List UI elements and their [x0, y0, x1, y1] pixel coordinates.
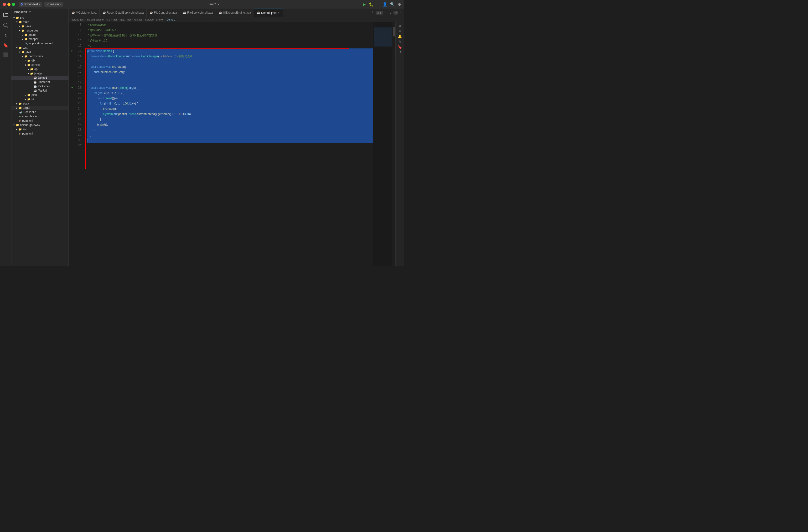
props-icon: 🔧 [25, 42, 28, 45]
traffic-lights [3, 3, 15, 6]
folder-icon: 📁 [27, 93, 31, 97]
tab-reportdetail[interactable]: ☕ ReportDetailServiceImpl.java [100, 8, 147, 17]
folder-icon: 📁 [30, 68, 33, 71]
bookmark-line-icon[interactable]: 🔖 [398, 45, 402, 49]
sidebar: Project ▾ ▾ 📁 src ▾ 📁 main ▾ 📁 java ▾ 📁 … [12, 8, 69, 266]
scroll-thumb[interactable] [393, 27, 395, 37]
tree-item-db[interactable]: ▸ 📁 db [12, 58, 69, 63]
branch-selector[interactable]: ⎇ master ▾ [44, 2, 63, 7]
tree-item-api[interactable]: ▸ 📁 api [12, 67, 69, 71]
chevron-right-icon: ▸ [27, 68, 29, 71]
branch-chevron-icon: ▾ [60, 3, 61, 6]
tree-item-service[interactable]: ▾ 📁 service [12, 63, 69, 67]
tab-close-icon[interactable]: ✕ [278, 12, 280, 14]
java-tab-icon: ☕ [103, 11, 106, 14]
tree-item-gw-src[interactable]: ▸ 📁 src [12, 127, 69, 131]
minimize-button[interactable] [7, 3, 11, 6]
bookmark-icon[interactable]: 🔖 [1, 41, 10, 50]
project-chevron-icon: ▾ [39, 3, 40, 6]
tree-item-demo1[interactable]: ☕ Demo1 [12, 76, 69, 80]
tree-item-target[interactable]: ▸ 📁 target [12, 106, 69, 110]
breadcrumb: dcloud-test › dcloud-engine › src › test… [69, 17, 404, 22]
right-panel: ⇄ ≡ 🔔 ✎ 🔖 ↺ [396, 22, 404, 266]
toggle-icon[interactable]: ⇄ [393, 11, 398, 15]
close-button[interactable] [3, 3, 6, 6]
refresh-icon[interactable]: ↺ [399, 50, 401, 54]
tree-item-dockerfile[interactable]: 🐋 Dockerfile [12, 110, 69, 114]
tree-item-java-test[interactable]: ▾ 📁 java [12, 50, 69, 54]
tree-item-src[interactable]: ▾ 📁 src [12, 16, 69, 20]
folder-icon: 📁 [19, 102, 22, 105]
folding-icon[interactable]: ⇄ [399, 24, 401, 28]
git-activity-icon[interactable] [1, 32, 10, 40]
git-blame-icon[interactable]: ✎ [399, 40, 401, 44]
account-icon[interactable]: 👤 [383, 2, 387, 7]
notification-icon[interactable]: 🔔 [398, 35, 402, 38]
chevron-right-icon: ▸ [16, 128, 18, 131]
tab-uiexecute[interactable]: ☕ UiExecuteEngine.java [216, 8, 254, 17]
search-activity-icon[interactable] [1, 21, 10, 30]
tree-item-mapper[interactable]: ▸ 📁 mapper [12, 37, 69, 41]
tree-item-ui[interactable]: ▸ 📁 ui [12, 97, 69, 102]
chevron-down-icon: ▾ [25, 63, 26, 67]
folder-icon: 📁 [19, 46, 22, 49]
tree-item-appprops[interactable]: 🔧 application.propert [12, 41, 69, 45]
tree-item-testutil[interactable]: ☕ TestUtil [12, 89, 69, 93]
close-tab-icon[interactable]: ✕ [400, 11, 402, 14]
tree-item-gw-pom[interactable]: m pom.xml [12, 131, 69, 136]
chevron-right-icon: ▾ [19, 29, 20, 32]
settings-icon[interactable]: ⚙ [398, 2, 401, 7]
tab-fileservice[interactable]: ☕ FileServiceImpl.java [180, 8, 216, 17]
tree-item-jmeter[interactable]: ▾ 📁 jmeter [12, 71, 69, 76]
tree-item-test[interactable]: ▾ 📁 test [12, 45, 69, 50]
tab-demo1[interactable]: ☕ Demo1.java ✕ [254, 8, 283, 17]
explorer-icon[interactable] [1, 11, 10, 19]
chevron-right-icon: ▾ [16, 20, 18, 24]
java-tab-icon: ☕ [149, 11, 153, 14]
code-line-13: public class Demo1 { [87, 49, 373, 54]
java-file-icon: ☕ [33, 80, 37, 84]
code-editor[interactable]: 8 9 10 11 12 13 ▶ 14 15 16 17 18 19 20 ▶… [69, 22, 404, 266]
extensions-icon[interactable]: ⬛ [1, 51, 10, 59]
folder-icon: 📁 [27, 59, 31, 62]
tab-more-icon[interactable]: ⋮ [371, 11, 374, 14]
tab-mqlistener[interactable]: ☕ MQListener.java [69, 8, 100, 17]
tree-item-resources[interactable]: ▾ 📁 resources [12, 29, 69, 33]
java-file-icon: ☕ [33, 85, 37, 88]
folder-icon: 📁 [21, 25, 25, 28]
editor-main: ☕ MQListener.java ☕ ReportDetailServiceI… [69, 8, 404, 266]
git-branch-icon: ⎇ [46, 3, 49, 6]
chevron-right-icon: ▸ [25, 59, 26, 62]
run-icon[interactable]: ▶ [363, 2, 366, 6]
code-line-25: System.out.println(Thread.currentThread(… [87, 111, 373, 117]
tree-item-plan[interactable]: ▸ 📁 plan [12, 93, 69, 97]
code-line-8: * @Description [87, 22, 373, 27]
java-file-icon: ☕ [33, 76, 37, 79]
tree-item-java-main[interactable]: ▾ 📁 java [12, 24, 69, 29]
chevron-right-icon: ▾ [19, 25, 20, 28]
tree-item-netxdclass[interactable]: ▾ 📁 net.xdclass [12, 54, 69, 58]
code-content[interactable]: * @Description * @Author 二当家小D * @Remark… [85, 22, 373, 266]
debug-icon[interactable]: 🐛 [369, 2, 373, 7]
search-icon[interactable]: 🔍 [390, 2, 395, 7]
expand-icon[interactable]: ⌃ [385, 11, 387, 14]
tree-item-pomxml[interactable]: m pom.xml [12, 118, 69, 123]
maximize-button[interactable] [12, 3, 15, 6]
tree-item-jmeterint[interactable]: ☕ JmeterInt [12, 80, 69, 84]
tree-item-main[interactable]: ▾ 📁 main [12, 20, 69, 24]
breadcrumb-toggle-icon[interactable]: ≡ [399, 29, 401, 33]
tree-item-dcloud-gateway[interactable]: ▾ 📁 dcloud-gateway [12, 123, 69, 127]
tree-item-jmeter-res[interactable]: ▸ 📁 jmeter [12, 33, 69, 37]
tab-filecontroller[interactable]: ☕ FileController.java [147, 8, 180, 17]
collapse-icon[interactable]: ⌄ [389, 11, 391, 14]
more-options-icon[interactable]: ⋮ [377, 2, 380, 6]
titlebar-actions: ▶ 🐛 ⋮ 👤 🔍 ⚙ [363, 2, 401, 7]
folder-icon: 📁 [19, 20, 22, 24]
tree-item-kafkatest[interactable]: ☕ KafkaTest [12, 84, 69, 89]
xml-file-icon: m [19, 132, 21, 135]
project-selector[interactable]: D dcloud-test ▾ [19, 2, 42, 7]
tree-item-csv[interactable]: ≡ example.csv [12, 114, 69, 118]
tab-label: MQListener.java [76, 11, 97, 14]
scrollbar[interactable] [392, 22, 396, 266]
tree-item-static[interactable]: ▸ 📁 static [12, 102, 69, 106]
